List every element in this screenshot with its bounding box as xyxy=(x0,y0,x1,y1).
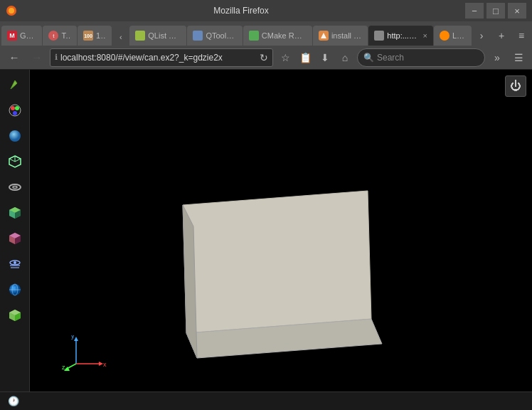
back-button[interactable]: ← xyxy=(4,48,24,67)
nav-bar: ← → ℹ localhost:8080/#/view/can.ex2?_k=g… xyxy=(0,46,532,70)
tab-scroll-left[interactable]: ‹ xyxy=(112,28,129,46)
install-favicon xyxy=(319,31,329,41)
tab-list-button[interactable]: ≡ xyxy=(512,27,531,44)
sidebar-btn-cube-solid[interactable] xyxy=(3,201,27,225)
globe-icon xyxy=(8,283,22,297)
svg-point-6 xyxy=(15,106,19,110)
tab-install[interactable]: install —... xyxy=(313,26,368,46)
tab-qtoolbu[interactable]: QToolBu... xyxy=(187,26,242,46)
cmake-favicon xyxy=(249,31,259,41)
http-favicon xyxy=(374,31,384,41)
toolbox-icon xyxy=(8,308,22,322)
tab-toggl[interactable]: t Tog xyxy=(43,26,77,46)
nav-icons: ☆ 📋 ⬇ ⌂ xyxy=(276,48,354,67)
lock-icon: ℹ xyxy=(55,53,58,62)
svg-point-8 xyxy=(9,130,21,142)
cube-solid-icon xyxy=(8,206,22,220)
status-bar: 🕐 xyxy=(0,391,532,410)
sidebar-btn-eye-layers[interactable] xyxy=(3,252,27,276)
svg-line-11 xyxy=(9,159,15,162)
eye-layers-icon xyxy=(8,257,22,271)
home-button[interactable]: ⌂ xyxy=(336,48,354,67)
sidebar-btn-sphere[interactable] xyxy=(3,124,27,148)
sidebar-btn-torus[interactable] xyxy=(3,175,27,199)
clock-icon: 🕐 xyxy=(8,396,19,406)
sidebar-btn-feather[interactable] xyxy=(3,73,27,97)
hamburger-menu-button[interactable]: ☰ xyxy=(509,48,528,67)
sidebar-btn-palette[interactable] xyxy=(3,98,27,122)
status-left: 🕐 xyxy=(6,394,21,409)
palette-icon xyxy=(8,103,22,117)
svg-point-24 xyxy=(14,261,16,264)
svg-text:y: y xyxy=(71,335,75,340)
tab-scroll-right[interactable]: › xyxy=(472,27,491,44)
tab100-favicon: 100 xyxy=(83,31,93,41)
tab-qlist[interactable]: QList Cla... xyxy=(129,26,186,46)
sidebar-btn-cube-stack[interactable] xyxy=(3,226,27,251)
sidebar-toolbar xyxy=(0,70,30,410)
main-area: ⏻ y x z xyxy=(0,70,532,410)
title-bar: Mozilla Firefox − □ × xyxy=(0,0,532,21)
tab-http-close[interactable]: × xyxy=(423,31,427,40)
torus-icon xyxy=(8,180,22,194)
qlist-favicon xyxy=(135,31,145,41)
gmail-favicon: M xyxy=(7,31,17,41)
url-text: localhost:8080/#/view/can.ex2?_k=gdzie2x xyxy=(60,53,257,63)
feather-icon xyxy=(8,78,22,92)
overflow-button[interactable]: » xyxy=(488,48,506,67)
svg-marker-2 xyxy=(321,33,326,38)
tab-lig[interactable]: Lig... xyxy=(434,26,472,46)
viewport[interactable]: ⏻ y x z xyxy=(30,70,532,410)
bookmark-menu-button[interactable]: 📋 xyxy=(296,48,314,67)
search-bar[interactable]: 🔍 Search xyxy=(357,48,485,67)
qtoolbu-favicon xyxy=(193,31,203,41)
tab-cmake[interactable]: CMake RPAT... xyxy=(243,26,312,46)
cube-outline-icon xyxy=(8,154,22,169)
forward-button[interactable]: → xyxy=(27,48,47,67)
url-bar[interactable]: ℹ localhost:8080/#/view/can.ex2?_k=gdzie… xyxy=(50,48,273,67)
minimize-button[interactable]: − xyxy=(465,3,484,19)
axes-display: y x z xyxy=(62,335,112,371)
svg-point-13 xyxy=(9,184,21,190)
svg-point-14 xyxy=(13,186,17,189)
sidebar-btn-toolbox[interactable] xyxy=(3,303,27,327)
svg-point-5 xyxy=(11,106,15,110)
tab-100[interactable]: 100 100 xyxy=(78,26,112,46)
svg-point-7 xyxy=(13,111,17,115)
close-button[interactable]: × xyxy=(508,3,526,19)
sphere-icon xyxy=(8,129,22,143)
3d-box xyxy=(140,162,414,376)
sidebar-btn-cube-outline[interactable] xyxy=(3,149,27,174)
svg-point-1 xyxy=(9,8,14,14)
svg-text:x: x xyxy=(103,361,107,368)
tab-bar-actions: › + ≡ xyxy=(472,27,531,46)
toggl-favicon: t xyxy=(48,31,58,41)
firefox-icon xyxy=(6,5,17,16)
svg-marker-34 xyxy=(183,191,371,333)
search-icon: 🔍 xyxy=(363,53,374,63)
svg-line-12 xyxy=(15,159,21,162)
svg-text:z: z xyxy=(62,364,65,371)
search-placeholder: Search xyxy=(377,53,404,63)
reload-button[interactable]: ↻ xyxy=(260,52,268,63)
tab-http[interactable]: http:...ze2x × xyxy=(368,26,433,46)
clock-status-button[interactable]: 🕐 xyxy=(6,394,21,409)
maximize-button[interactable]: □ xyxy=(486,3,505,19)
svg-marker-38 xyxy=(74,337,78,341)
power-button[interactable]: ⏻ xyxy=(505,75,526,97)
download-button[interactable]: ⬇ xyxy=(316,48,334,67)
new-tab-button[interactable]: + xyxy=(492,27,511,44)
tab-bar: M Gmail t Tog 100 100 ‹ QList Cla... QTo… xyxy=(0,21,532,46)
cube-stack-icon xyxy=(8,231,22,246)
lig-favicon xyxy=(440,31,449,41)
tab-gmail[interactable]: M Gmail xyxy=(1,26,42,46)
bookmark-star-button[interactable]: ☆ xyxy=(276,48,294,67)
window-title: Mozilla Firefox xyxy=(17,6,465,16)
sidebar-btn-globe[interactable] xyxy=(3,278,27,302)
